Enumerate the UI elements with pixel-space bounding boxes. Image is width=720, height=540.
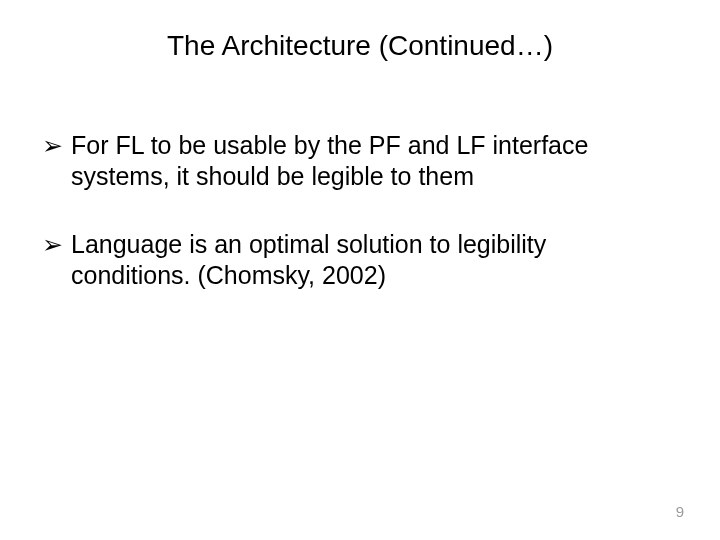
bullet-item: ➢ Language is an optimal solution to leg… xyxy=(42,229,660,292)
slide: The Architecture (Continued…) ➢ For FL t… xyxy=(0,0,720,540)
bullet-item: ➢ For FL to be usable by the PF and LF i… xyxy=(42,130,660,193)
page-number: 9 xyxy=(676,503,684,520)
slide-title: The Architecture (Continued…) xyxy=(0,30,720,62)
bullet-text: For FL to be usable by the PF and LF int… xyxy=(71,130,660,193)
bullet-marker-icon: ➢ xyxy=(42,130,63,161)
bullet-marker-icon: ➢ xyxy=(42,229,63,260)
bullet-text: Language is an optimal solution to legib… xyxy=(71,229,660,292)
slide-body: ➢ For FL to be usable by the PF and LF i… xyxy=(42,130,660,327)
